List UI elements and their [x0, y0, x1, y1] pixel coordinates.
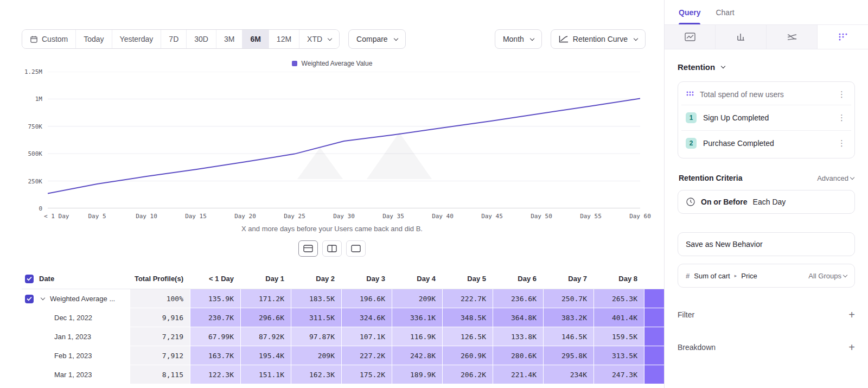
y-axis-label: 500K	[28, 150, 43, 157]
range-6m[interactable]: 6M	[242, 30, 269, 48]
layout-full-button[interactable]	[346, 240, 366, 257]
range-today[interactable]: Today	[76, 30, 112, 48]
chevron-down-icon	[393, 36, 398, 40]
y-axis-label: 1M	[35, 96, 42, 103]
all-groups-label: All Groups	[808, 272, 841, 280]
row-checkbox[interactable]	[25, 295, 34, 303]
kebab-menu-icon[interactable]: ⋮	[837, 90, 847, 99]
retention-value-cell: 196.6K	[341, 289, 392, 308]
compare-button[interactable]: Compare	[348, 29, 406, 49]
all-groups-dropdown[interactable]: All Groups	[808, 272, 847, 280]
toolbar-right: Month Retention Curve	[486, 29, 646, 49]
x-axis-label: Day 10	[136, 213, 157, 220]
overflow-cell	[644, 308, 664, 327]
sidebar-tabs: Query Chart	[665, 0, 868, 24]
behavior-steps: 1Sign Up Completed⋮2Purchase Completed⋮	[681, 105, 851, 156]
retention-value-cell: 195.4K	[240, 346, 291, 365]
tab-query[interactable]: Query	[679, 0, 700, 24]
retention-value-cell: 336.1K	[392, 308, 442, 327]
layout-split-vertical-button[interactable]	[322, 240, 342, 257]
chevron-down-icon	[850, 175, 854, 179]
tab-bar-chart[interactable]	[716, 25, 767, 49]
row-label-cell: Jan 1, 2023	[22, 327, 130, 346]
kebab-menu-icon[interactable]: ⋮	[837, 138, 847, 148]
behavior-step[interactable]: 2Purchase Completed⋮	[681, 130, 851, 156]
chart-type-button[interactable]: Retention Curve	[551, 29, 646, 49]
behavior-header[interactable]: Total spend of new users ⋮	[681, 84, 851, 105]
retention-value-cell: 221.4K	[493, 365, 543, 384]
legend-swatch	[292, 61, 297, 66]
chevron-down-icon[interactable]	[41, 296, 45, 300]
retention-timing-row[interactable]: On or Before Each Day	[678, 190, 855, 214]
advanced-dropdown[interactable]: Advanced	[817, 174, 854, 182]
range-custom[interactable]: Custom	[22, 30, 76, 48]
retention-value-cell: 189.9K	[392, 365, 442, 384]
chevron-down-icon	[634, 36, 638, 40]
column-header: Day 6	[493, 269, 543, 289]
caret-right-icon: ▸	[735, 273, 737, 278]
breakdown-label: Breakdown	[678, 343, 716, 352]
behavior-dots-icon	[686, 91, 694, 98]
x-axis-label: < 1 Day	[44, 213, 69, 220]
range-yesterday[interactable]: Yesterday	[112, 30, 162, 48]
chevron-down-icon	[721, 64, 725, 68]
add-filter-button[interactable]: +	[848, 309, 855, 320]
retention-value-cell: 311.5K	[291, 308, 341, 327]
tab-retention-grid[interactable]	[818, 25, 868, 49]
section-title: Retention	[678, 62, 715, 72]
retention-value-cell: 175.2K	[341, 365, 392, 384]
save-behavior-button[interactable]: Save as New Behavior	[678, 232, 855, 256]
tab-stream-chart[interactable]	[767, 25, 818, 49]
measure-property: Price	[741, 272, 757, 280]
retention-value-cell: 133.8K	[493, 327, 543, 346]
x-axis-label: Day 5	[88, 213, 106, 220]
range-xtd[interactable]: XTD	[299, 30, 339, 48]
retention-section-header[interactable]: Retention	[678, 62, 855, 72]
overflow-cell	[644, 365, 664, 384]
step-label: Sign Up Completed	[703, 113, 769, 122]
filter-label: Filter	[678, 310, 694, 319]
range-label: Today	[84, 35, 104, 43]
row-label: Jan 1, 2023	[54, 333, 91, 341]
table-row: Mar 1, 20238,115122.3K151.1K162.3K175.2K…	[22, 365, 664, 384]
tab-chart[interactable]: Chart	[716, 0, 734, 24]
row-label: Mar 1, 2023	[54, 371, 92, 379]
row-label-cell: Weighted Average ...	[22, 289, 130, 308]
retention-value-cell: 163.7K	[190, 346, 240, 365]
select-all-checkbox[interactable]	[25, 275, 34, 283]
tab-line-chart[interactable]	[665, 25, 716, 49]
retention-value-cell: 234K	[543, 365, 593, 384]
retention-value-cell: 296.6K	[240, 308, 291, 327]
date-header-label: Date	[39, 275, 54, 283]
row-label: Feb 1, 2023	[54, 352, 92, 360]
retention-value-cell: 183.5K	[291, 289, 341, 308]
range-3m[interactable]: 3M	[216, 30, 242, 48]
x-axis: < 1 DayDay 5Day 10Day 15Day 20Day 25Day …	[48, 213, 640, 221]
y-axis-label: 750K	[28, 123, 43, 130]
x-axis-label: Day 45	[481, 213, 503, 220]
retention-curve-chart: 0250K500K750K1M1.25M	[24, 72, 640, 208]
line-chart-icon	[685, 33, 695, 41]
granularity-label: Month	[503, 35, 524, 43]
behavior-step[interactable]: 1Sign Up Completed⋮	[681, 105, 851, 130]
table-header-row: DateTotal Profile(s)< 1 DayDay 1Day 2Day…	[22, 269, 664, 289]
range-7d[interactable]: 7D	[161, 30, 187, 48]
retention-value-cell: 67.99K	[190, 327, 240, 346]
layout-split-horizontal-button[interactable]	[298, 240, 318, 257]
range-12m[interactable]: 12M	[269, 30, 299, 48]
number-type-icon: #	[686, 272, 690, 280]
granularity-button[interactable]: Month	[495, 29, 542, 49]
retention-value-cell: 295.8K	[543, 346, 593, 365]
add-breakdown-button[interactable]: +	[848, 342, 855, 353]
retention-value-cell: 364.8K	[493, 308, 543, 327]
kebab-menu-icon[interactable]: ⋮	[837, 113, 847, 123]
step-number-badge: 2	[686, 138, 697, 149]
chart-legend: Weighted Average Value	[0, 60, 664, 67]
column-header: Day 7	[543, 269, 593, 289]
x-axis-label: Day 40	[432, 213, 454, 220]
calendar-icon	[30, 35, 38, 43]
x-axis-label: Day 20	[234, 213, 256, 220]
retention-value-cell: 135.9K	[190, 289, 240, 308]
measure-row[interactable]: # Sum of cart ▸ Price All Groups	[678, 264, 855, 288]
range-30d[interactable]: 30D	[187, 30, 216, 48]
